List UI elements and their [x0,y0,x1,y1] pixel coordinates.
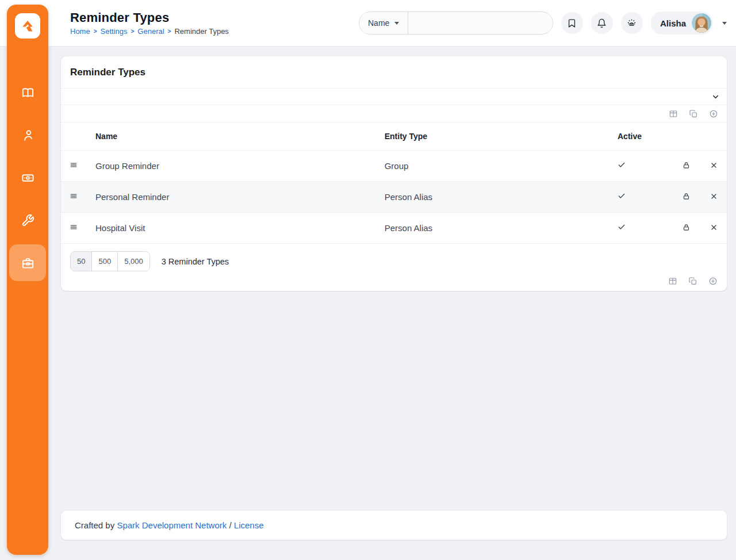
table-row[interactable]: Hospital Visit Person Alias [61,213,727,244]
cell-entity-type: Person Alias [375,213,608,244]
column-header-security [672,122,700,151]
add-button[interactable] [709,109,718,118]
grid-columns-button[interactable] [669,109,678,118]
avatar [692,13,711,33]
row-count-summary: 3 Reminder Types [162,257,229,266]
cell-name: Personal Reminder [86,182,375,213]
reminder-types-table: Name Entity Type Active Group Reminder G… [61,122,727,244]
breadcrumb-separator: > [131,28,135,34]
user-menu-chevron-icon[interactable] [722,22,727,25]
grid-columns-icon [669,109,678,118]
sidebar-item-admin[interactable] [9,244,46,281]
delete-button[interactable] [710,224,718,231]
sidebar-item-library[interactable] [9,74,46,111]
grid-toolbar-top [61,105,727,122]
cell-active [608,213,672,244]
lock-icon [683,162,690,169]
user-menu[interactable]: Alisha [651,11,713,34]
add-button[interactable] [708,277,718,286]
page-title: Reminder Types [70,10,229,25]
delete-x-icon [710,224,718,231]
sidebar-item-people[interactable] [9,117,46,154]
page-title-block: Reminder Types Home > Settings > General… [70,10,229,36]
table-header-row: Name Entity Type Active [61,122,727,151]
add-circle-icon [708,277,718,286]
drag-handle-icon[interactable] [70,161,78,169]
chevron-down-icon [394,22,399,25]
page-size-5000[interactable]: 5,000 [118,252,150,271]
pager-line: 50 500 5,000 3 Reminder Types [70,251,718,271]
notifications-button[interactable] [591,12,613,34]
delete-x-icon [710,193,718,200]
footer-separator: / [229,520,231,530]
add-circle-icon [709,109,718,118]
security-button[interactable] [683,193,690,200]
panel-title: Reminder Types [70,67,718,78]
delete-x-icon [710,162,718,169]
footer-crafted-by: Crafted by [75,520,114,530]
cell-entity-type: Group [375,151,608,182]
table-row[interactable]: Personal Reminder Person Alias [61,182,727,213]
breadcrumb-home[interactable]: Home [70,27,90,36]
breadcrumb: Home > Settings > General > Reminder Typ… [70,27,229,36]
sidebar [7,5,48,555]
drag-handle-icon[interactable] [70,223,78,231]
money-icon [21,171,34,185]
grid-columns-button[interactable] [668,277,677,286]
theme-toggle-button[interactable] [621,12,643,34]
person-icon [21,129,34,142]
main-content: Reminder Types [61,56,727,540]
filter-expand-button[interactable] [711,93,720,101]
check-icon [618,192,626,200]
sidebar-item-finance[interactable] [9,159,46,196]
briefcase-icon [21,256,34,270]
grid-footer: 50 500 5,000 3 Reminder Types [61,244,727,291]
sun-haze-icon [627,18,637,28]
topbar: Reminder Types Home > Settings > General… [0,0,736,47]
page-size-500[interactable]: 500 [92,252,118,271]
page-size-50[interactable]: 50 [71,252,92,271]
bookmarks-button[interactable] [561,12,583,34]
security-button[interactable] [683,162,690,169]
cell-name: Hospital Visit [86,213,375,244]
drag-handle-icon[interactable] [70,192,78,200]
security-button[interactable] [683,224,690,231]
panel-heading: Reminder Types [61,56,727,89]
search-filter-label: Name [368,18,389,28]
rock-logo[interactable] [15,13,40,39]
smart-search: Name [359,11,553,34]
copy-button[interactable] [689,109,698,118]
reminder-types-panel: Reminder Types [61,56,727,291]
book-open-icon [21,86,34,99]
rock-logo-icon [19,17,36,34]
delete-button[interactable] [710,193,718,200]
table-row[interactable]: Group Reminder Group [61,151,727,182]
breadcrumb-general[interactable]: General [137,27,164,36]
column-header-entity-type[interactable]: Entity Type [375,122,608,151]
column-header-active[interactable]: Active [608,122,672,151]
check-icon [618,223,626,231]
copy-button[interactable] [688,277,697,286]
user-name: Alisha [660,18,686,28]
wrench-icon [21,214,34,227]
cell-active [608,182,672,213]
cell-name: Group Reminder [86,151,375,182]
footer-link-license[interactable]: License [234,520,264,530]
delete-button[interactable] [710,162,718,169]
copy-icon [689,109,698,118]
breadcrumb-current: Reminder Types [174,27,228,36]
lock-icon [683,193,690,200]
column-header-name[interactable]: Name [86,122,375,151]
footer-link-spark[interactable]: Spark Development Network [117,520,227,530]
search-filter-select[interactable]: Name [359,12,408,34]
column-header-drag [61,122,86,151]
copy-icon [688,277,697,286]
cell-active [608,151,672,182]
lock-icon [683,224,690,231]
search-input[interactable] [408,12,553,34]
breadcrumb-separator: > [94,28,97,34]
page-size-picker: 50 500 5,000 [70,251,150,271]
cell-entity-type: Person Alias [375,182,608,213]
sidebar-item-tools[interactable] [9,202,46,239]
breadcrumb-settings[interactable]: Settings [101,27,128,36]
